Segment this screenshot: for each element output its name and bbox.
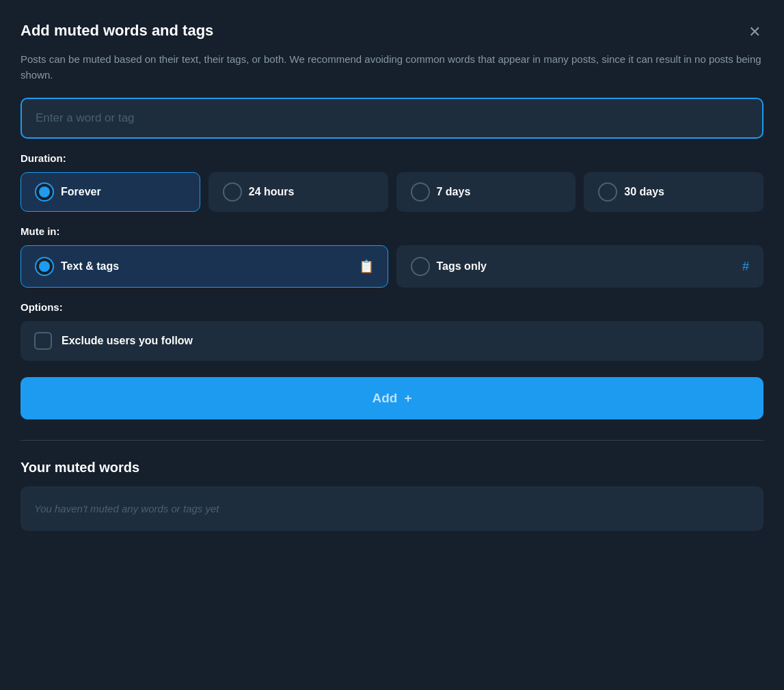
duration-option-30days[interactable]: 30 days <box>584 172 763 212</box>
duration-radio-24hours <box>223 182 242 202</box>
duration-label: Duration: <box>21 152 763 164</box>
exclude-follow-checkbox[interactable] <box>34 332 52 350</box>
duration-section: Duration: Forever 24 hours 7 days 30 day… <box>21 152 763 212</box>
mute-in-section: Mute in: Text & tags 📋 Tags only # <box>21 225 763 288</box>
add-button-plus: + <box>404 391 411 406</box>
muted-words-empty: You haven't muted any words or tags yet <box>21 486 763 531</box>
duration-label-7days: 7 days <box>437 186 471 198</box>
close-button[interactable]: ✕ <box>746 22 763 42</box>
mute-in-options: Text & tags 📋 Tags only # <box>21 245 763 288</box>
options-label: Options: <box>21 301 763 313</box>
mute-radio-tags-only <box>411 257 430 276</box>
mute-option-tags-only[interactable]: Tags only # <box>396 245 764 288</box>
muted-words-section: Your muted words You haven't muted any w… <box>21 460 763 531</box>
muted-words-title: Your muted words <box>21 460 763 475</box>
duration-options: Forever 24 hours 7 days 30 days <box>21 172 763 212</box>
mute-label-text-tags: Text & tags <box>61 260 119 273</box>
mute-radio-text-tags <box>35 257 54 276</box>
word-tag-input[interactable] <box>21 98 763 139</box>
add-button-label: Add <box>372 391 397 406</box>
modal-title: Add muted words and tags <box>21 22 213 40</box>
mute-option-text-tags-left: Text & tags <box>35 257 119 276</box>
mute-label-tags-only: Tags only <box>437 260 487 273</box>
duration-option-7days[interactable]: 7 days <box>396 172 576 212</box>
exclude-follow-label: Exclude users you follow <box>62 335 193 347</box>
duration-radio-30days <box>598 182 617 202</box>
exclude-follow-option[interactable]: Exclude users you follow <box>21 321 763 361</box>
add-button[interactable]: Add + <box>21 377 763 419</box>
duration-option-forever[interactable]: Forever <box>21 172 200 212</box>
modal-description: Posts can be muted based on their text, … <box>21 52 763 83</box>
duration-radio-forever <box>35 182 54 202</box>
tags-only-icon: # <box>742 260 749 274</box>
text-tags-icon: 📋 <box>359 259 374 274</box>
duration-label-forever: Forever <box>61 186 101 198</box>
modal-container: Add muted words and tags ✕ Posts can be … <box>0 0 784 690</box>
mute-option-text-tags[interactable]: Text & tags 📋 <box>21 245 388 288</box>
section-divider <box>21 440 763 441</box>
mute-option-tags-only-left: Tags only <box>411 257 487 276</box>
duration-radio-7days <box>411 182 430 202</box>
duration-option-24hours[interactable]: 24 hours <box>208 172 388 212</box>
modal-header: Add muted words and tags ✕ <box>21 22 763 42</box>
duration-label-30days: 30 days <box>624 186 664 198</box>
options-section: Options: Exclude users you follow <box>21 301 763 361</box>
mute-in-label: Mute in: <box>21 225 763 237</box>
duration-label-24hours: 24 hours <box>249 186 295 198</box>
